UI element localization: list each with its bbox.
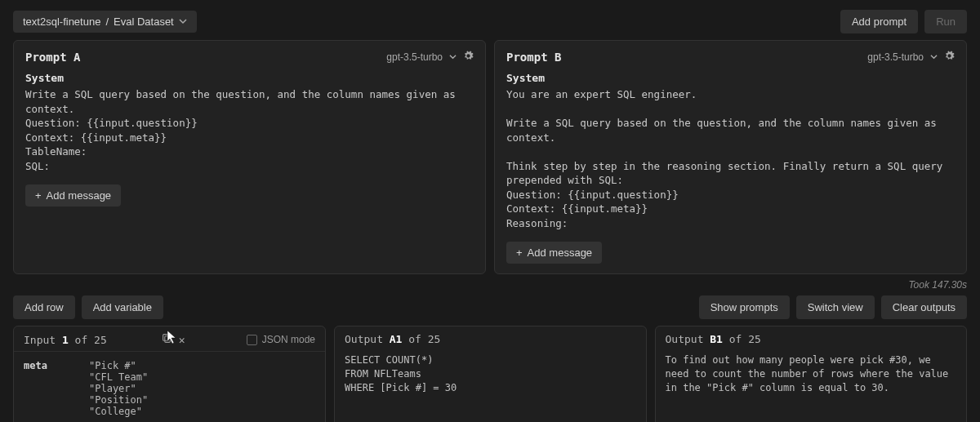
checkbox-icon [247, 335, 257, 345]
prompt-b-model[interactable]: gpt-3.5-turbo [867, 51, 924, 63]
output-b-panel: Output B1 of 25 To find out how many peo… [655, 326, 968, 422]
run-button[interactable]: Run [924, 10, 967, 33]
prompt-b-role: System [506, 72, 955, 84]
prompt-b-title: Prompt B [506, 51, 561, 64]
input-key-meta: meta [24, 360, 69, 417]
plus-icon: + [35, 189, 42, 202]
chevron-down-icon [449, 51, 457, 63]
add-prompt-button[interactable]: Add prompt [840, 10, 918, 33]
output-b-body: To find out how many people were pick #3… [656, 350, 967, 402]
show-prompts-button[interactable]: Show prompts [699, 295, 790, 319]
chevron-down-icon [179, 16, 187, 28]
switch-view-button[interactable]: Switch view [796, 295, 875, 319]
output-a-panel: Output A1 of 25 SELECT COUNT(*) FROM NFL… [334, 326, 647, 422]
close-icon[interactable]: ✕ [179, 334, 185, 346]
input-val-meta: "Pick #" "CFL Team" "Player" "Position" … [89, 360, 148, 417]
prompt-card-a: Prompt A gpt-3.5-turbo System Write a SQ… [13, 40, 486, 274]
svg-rect-0 [165, 336, 171, 343]
copy-icon[interactable] [162, 333, 172, 346]
prompt-a-body[interactable]: Write a SQL query based on the question,… [25, 87, 474, 173]
add-message-button-b[interactable]: + Add message [506, 242, 602, 264]
gear-icon[interactable] [463, 51, 474, 64]
prompt-a-title: Prompt A [25, 51, 80, 64]
prompt-a-role: System [25, 72, 474, 84]
add-message-label: Add message [528, 247, 593, 259]
prompt-b-body[interactable]: You are an expert SQL engineer. Write a … [506, 87, 955, 230]
breadcrumb-dataset: Eval Dataset [114, 16, 174, 28]
json-mode-toggle[interactable]: JSON mode [247, 334, 315, 345]
plus-icon: + [516, 247, 523, 259]
chevron-down-icon [930, 51, 938, 63]
clear-outputs-button[interactable]: Clear outputs [881, 295, 967, 319]
output-a-body: SELECT COUNT(*) FROM NFLTeams WHERE [Pic… [335, 350, 646, 402]
output-a-pager: Output A1 of 25 [345, 333, 440, 345]
input-panel: Input 1 of 25 ✕ JSON mode meta "Pick #" … [13, 326, 326, 422]
input-pager: Input 1 of 25 [24, 334, 107, 346]
input-row-meta[interactable]: meta "Pick #" "CFL Team" "Player" "Posit… [14, 351, 325, 422]
breadcrumb-sep: / [105, 16, 109, 28]
add-message-button-a[interactable]: + Add message [25, 184, 121, 207]
add-variable-button[interactable]: Add variable [82, 295, 163, 319]
prompt-a-model[interactable]: gpt-3.5-turbo [386, 51, 443, 63]
output-b-pager: Output B1 of 25 [666, 333, 761, 345]
breadcrumb[interactable]: text2sql-finetune / Eval Dataset [13, 11, 197, 33]
add-row-button[interactable]: Add row [13, 295, 75, 319]
timing-text: Took 147.30s [0, 274, 980, 292]
gear-icon[interactable] [944, 51, 955, 64]
breadcrumb-project: text2sql-finetune [23, 16, 100, 28]
add-message-label: Add message [47, 189, 112, 202]
prompt-card-b: Prompt B gpt-3.5-turbo System You are an… [494, 40, 967, 274]
svg-rect-1 [163, 335, 168, 341]
